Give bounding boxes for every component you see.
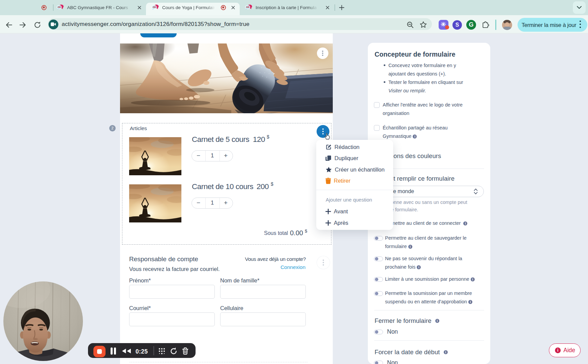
- svg-text:AM: AM: [153, 6, 156, 8]
- svg-text:AM: AM: [246, 6, 249, 8]
- svg-text:AM: AM: [58, 6, 61, 8]
